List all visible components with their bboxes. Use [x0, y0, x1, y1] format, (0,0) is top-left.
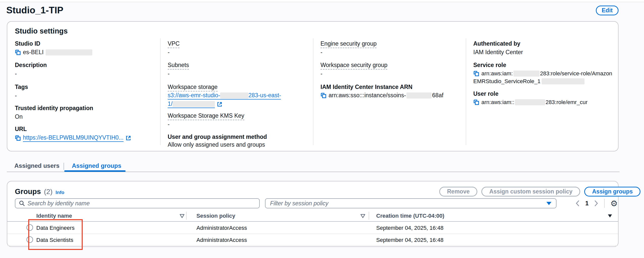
studio-url-link[interactable]: https://es-BELPWBLM9UINQYVTIH0... [23, 134, 124, 142]
row-radio-button[interactable] [26, 236, 33, 243]
copy-icon[interactable] [473, 71, 479, 77]
field-tags: Tags - [15, 84, 154, 99]
studio-settings-heading: Studio settings [15, 27, 68, 35]
column-divider [313, 38, 313, 145]
remove-button[interactable]: Remove [439, 187, 477, 197]
field-studio-id: Studio ID es-BELI [15, 40, 154, 56]
sort-neutral-icon[interactable] [360, 213, 366, 219]
groups-heading: Groups [15, 187, 41, 196]
column-divider [160, 38, 161, 145]
tab-separator [64, 163, 64, 170]
field-user-role: User role arn:aws:iam::283:role/emr_cur [473, 90, 613, 106]
column-header-session-policy[interactable]: Session policy [196, 213, 235, 219]
top-nav-edge [0, 0, 644, 2]
search-input[interactable] [27, 200, 256, 207]
groups-panel: Groups (2) Info Remove Assign custom ses… [7, 181, 619, 247]
copy-icon[interactable] [15, 49, 21, 55]
field-workspace-storage: Workspace storage s3://aws-emr-studio-28… [168, 84, 307, 108]
redaction-box [515, 99, 545, 105]
redaction-box [513, 71, 540, 77]
field-trusted-identity-propagation: Trusted identity propagation On [15, 105, 154, 120]
field-authenticated-by: Authenticated by IAM Identity Center [473, 40, 613, 56]
page-number[interactable]: 1 [585, 200, 589, 207]
column-header-identity-name[interactable]: Identity name [36, 213, 72, 219]
groups-count: (2) [44, 188, 52, 196]
tab-assigned-groups[interactable]: Assigned groups [72, 162, 121, 169]
identity-search-field[interactable] [15, 198, 260, 208]
field-engine-security-group: Engine security group - [320, 40, 460, 56]
search-icon [19, 200, 25, 206]
field-idc-instance-arn: IAM Identity Center Instance ARN arn:aws… [320, 84, 460, 99]
row-divider [7, 245, 618, 246]
workspace-storage-link[interactable]: s3://aws-emr-studio-283-us-east- [168, 92, 281, 100]
copy-icon[interactable] [320, 92, 327, 99]
copy-icon[interactable] [15, 135, 21, 141]
sort-neutral-icon[interactable] [179, 213, 185, 219]
column-divider [186, 212, 187, 220]
active-tab-underline [64, 170, 126, 172]
column-header-creation-time[interactable]: Creation time (UTC-04:00) [376, 213, 444, 219]
tab-assigned-users[interactable]: Assigned users [14, 162, 60, 169]
info-link[interactable]: Info [55, 190, 64, 195]
next-page-icon[interactable] [594, 200, 599, 207]
table-row[interactable]: Data Engineers AdministratorAccess Septe… [7, 222, 619, 234]
field-subnets: Subnets - [168, 62, 307, 77]
redaction-box [542, 78, 584, 84]
field-url: URL https://es-BELPWBLM9UINQYVTIH0... [15, 126, 154, 142]
workspace-storage-link-line2[interactable]: 1/ [168, 101, 215, 108]
external-link-icon [217, 102, 222, 107]
cell-identity-name: Data Engineers [36, 225, 75, 231]
prev-page-icon[interactable] [575, 200, 580, 207]
field-vpc: VPC - [168, 40, 307, 56]
table-header: Identity name Session policy Creation ti… [7, 212, 619, 221]
table-row[interactable]: Data Scientists AdministratorAccess Sept… [7, 234, 619, 246]
filter-input[interactable] [270, 200, 546, 207]
page-title: Studio_1-TIP [6, 5, 63, 16]
field-workspace-security-group: Workspace security group - [320, 62, 460, 77]
cell-session-policy: AdministratorAccess [196, 225, 247, 231]
row-radio-button[interactable] [26, 224, 33, 231]
dropdown-caret-icon [546, 202, 551, 205]
field-assignment-method: User and group assignment method Allow o… [168, 134, 307, 148]
assign-groups-button[interactable]: Assign groups [584, 187, 640, 197]
settings-gear-icon[interactable]: ⚙ [610, 199, 618, 208]
pager-divider [604, 199, 605, 208]
session-policy-filter-dropdown[interactable] [265, 198, 557, 208]
column-divider [466, 38, 466, 145]
field-workspace-storage-kms-key: Workspace Storage KMS Key - [168, 112, 307, 128]
cell-creation-time: September 04, 2025, 16:48 [376, 237, 444, 243]
cell-session-policy: AdministratorAccess [196, 237, 247, 243]
sort-descending-icon[interactable] [607, 214, 612, 218]
assign-custom-session-policy-button[interactable]: Assign custom session policy [481, 187, 580, 197]
field-description: Description - [15, 62, 154, 77]
cell-identity-name: Data Scientists [36, 237, 73, 243]
cell-creation-time: September 04, 2025, 16:48 [376, 225, 444, 231]
field-service-role: Service role arn:aws:iam:283:role/servic… [473, 62, 613, 85]
redaction-box [220, 92, 248, 99]
redaction-box [46, 49, 92, 55]
redaction-box [406, 92, 432, 99]
studio-settings-panel: Studio settings Studio ID es-BELI Descri… [7, 21, 619, 151]
column-divider [369, 212, 369, 220]
copy-icon[interactable] [473, 99, 479, 105]
external-link-icon [126, 135, 131, 141]
redaction-box [172, 101, 215, 107]
edit-button[interactable]: Edit [596, 6, 619, 15]
